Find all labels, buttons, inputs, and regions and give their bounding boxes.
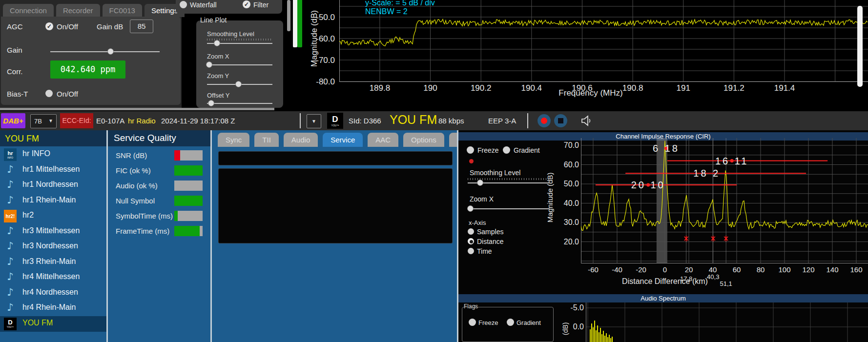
device-tab-fc0013[interactable]: FC0013 (103, 4, 142, 17)
lineplot-slider-label-2: Zoom Y (207, 72, 229, 80)
cir-y-tick: 20.0 (554, 238, 579, 246)
station-item-label: YOU FM (22, 319, 53, 327)
station-item[interactable]: ♪hr1 Nordhessen (0, 178, 106, 193)
cir-freeze-radio[interactable] (467, 146, 474, 154)
audio-gradient-radio[interactable] (507, 319, 514, 326)
audio-spectrum-chart[interactable] (586, 302, 868, 342)
station-item-label: hr4 Mittelhessen (22, 272, 80, 281)
youfm-list-logo-glyph: D (8, 319, 12, 326)
service-quality-panel (108, 130, 210, 342)
corr-label: Corr. (7, 67, 23, 76)
service-dropdown-button[interactable]: ▼ (307, 114, 321, 128)
cir-xaxis-radio-distance[interactable] (468, 238, 474, 244)
level-meter-green (297, 0, 302, 47)
sq-bar-segment-silver (178, 211, 203, 221)
sq-row-bar: 95.6 (174, 226, 203, 236)
station-item[interactable]: ♪hr3 Mittelhessen (0, 224, 106, 240)
station-item[interactable]: ♪hr4 Nordhessen (0, 285, 106, 301)
sq-row-label: SymbolTime (ms) (116, 212, 173, 220)
vertical-scrollbar[interactable] (287, 0, 290, 31)
filter-checkbox[interactable] (243, 0, 250, 8)
music-note-icon: ♪ (4, 271, 17, 282)
cir-zoomx-slider-track[interactable] (468, 208, 550, 209)
cir-xaxis-radio-time[interactable] (468, 248, 474, 254)
spectrum-scrollbar[interactable] (857, 6, 863, 87)
service-quality-title: Service Quality (114, 133, 176, 143)
detail-tab-sync[interactable]: Sync (218, 133, 249, 147)
channel-select[interactable]: 7B ▼ (30, 114, 57, 128)
cir-y-tick: 30.0 (554, 218, 579, 227)
station-item[interactable]: ♪hr1 Rhein-Main (0, 193, 106, 209)
station-item[interactable]: hr2!hr2 (0, 208, 106, 224)
station-item[interactable]: ♪hr3 Nordhessen (0, 239, 106, 255)
chevron-down-icon: ▼ (48, 118, 53, 123)
station-item[interactable]: ♪hr3 Rhein-Main (0, 255, 106, 270)
record-button[interactable] (537, 114, 551, 127)
level-meter-white (293, 0, 297, 47)
status-timestamp: 2024-11-29 18:17:08 Z (161, 117, 235, 125)
hr-info-logo-top: hr (8, 151, 13, 156)
device-tab-recorder[interactable]: Recorder (56, 4, 100, 17)
cir-echo-distance-label: 40,3 (703, 273, 723, 281)
detail-tab-options[interactable]: Options (403, 133, 444, 147)
audio-freeze-radio[interactable] (469, 319, 476, 326)
station-item[interactable]: hrINFOhr INFO (0, 147, 106, 162)
detail-tab-tii[interactable]: TII (254, 133, 279, 147)
station-item-label: hr1 Mittelhessen (22, 165, 80, 174)
cir-x-tick: -40 (605, 265, 629, 274)
lineplot-slider-3-thumb[interactable] (208, 100, 214, 106)
gain-slider-track[interactable] (50, 51, 160, 52)
device-tab-bar: ConnectionRecorderFC0013Settings (3, 4, 187, 17)
cir-x-tick: 160 (844, 265, 868, 274)
youfm-list-logo-sub: YOU™ (7, 326, 14, 328)
spectrum-x-tick: 190.2 (464, 83, 498, 93)
audio-ytick-top: -5.0 (559, 303, 584, 312)
sq-row-label: FIC (ok %) (116, 166, 151, 175)
cir-xaxis-radio-samples[interactable] (468, 228, 474, 235)
detail-tab-audio[interactable]: Audio (284, 133, 318, 147)
lineplot-slider-3-track[interactable] (207, 103, 272, 104)
speaker-icon[interactable] (580, 114, 593, 127)
station-header-title: YOU FM (5, 134, 39, 144)
top-divider (0, 108, 274, 110)
cir-indicator-dot (469, 159, 474, 163)
device-tab-connection[interactable]: Connection (3, 4, 54, 17)
sq-row-label: SNR (dB) (116, 151, 147, 160)
lineplot-slider-1-track[interactable] (207, 64, 272, 65)
agc-checkbox[interactable] (45, 22, 53, 30)
rf-spectrum-chart[interactable] (339, 0, 868, 83)
cir-chart[interactable]: 6 1816 1118 220 10 (581, 138, 868, 263)
gain-db-input[interactable]: 85 (130, 20, 153, 33)
cir-gradient-radio[interactable] (503, 146, 510, 154)
sid-value: SId: D366 (349, 117, 381, 125)
sq-row-bar: 98 (174, 165, 203, 176)
gain-label: Gain (7, 46, 22, 54)
dab-mode-badge: DAB+ (1, 113, 25, 128)
filter-label: Filter (253, 1, 269, 9)
cir-xaxis-option-label: Time (477, 247, 492, 255)
station-item[interactable]: ♪hr4 Rhein-Main (0, 301, 106, 316)
stop-button[interactable] (554, 114, 567, 127)
cir-zoomx-slider-thumb[interactable] (467, 205, 474, 212)
sq-row-label: Null Symbol (116, 197, 155, 205)
station-item[interactable]: DYOU™YOU FM (0, 316, 106, 332)
station-item[interactable]: ♪hr4 Mittelhessen (0, 270, 106, 285)
detail-tab-service[interactable]: Service (323, 133, 363, 147)
station-item-label: hr1 Nordhessen (22, 180, 78, 189)
youfm-logo: D YOU™ (327, 113, 343, 129)
station-item[interactable]: ♪hr1 Mittelhessen (0, 162, 106, 178)
detail-tab-aac[interactable]: AAC (368, 133, 398, 147)
spectrum-y-tick: -80.0 (307, 77, 335, 87)
music-note-icon: ♪ (4, 163, 17, 175)
lineplot-slider-0-thumb[interactable] (214, 40, 220, 46)
sq-row-bar: 0.26 (174, 211, 203, 221)
audio-gradient-label: Gradient (517, 319, 541, 326)
sq-bar-segment-green (174, 196, 203, 206)
waterfall-radio[interactable] (180, 1, 187, 8)
cir-echo-distance-label: 17,8 (677, 275, 696, 282)
service-text-field (218, 151, 453, 165)
bias-t-radio[interactable] (45, 90, 53, 97)
lineplot-slider-1-thumb[interactable] (206, 61, 212, 68)
lineplot-slider-label-1: Zoom X (207, 53, 229, 60)
station-item-label: hr3 Rhein-Main (22, 257, 76, 266)
